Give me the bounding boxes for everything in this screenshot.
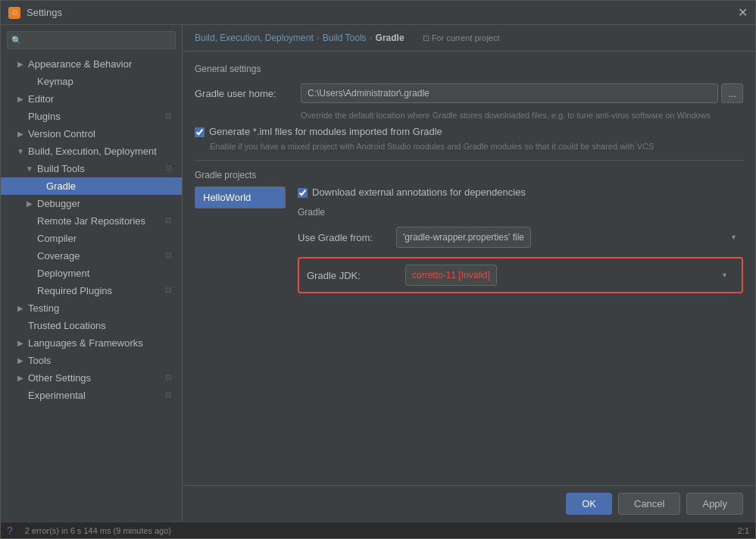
gradle-projects-section: Gradle projects HelloWorld Download exte…: [195, 170, 743, 302]
arrow-icon: ▶: [16, 60, 25, 69]
sync-icon: ⊡: [165, 373, 176, 384]
arrow-icon: ▶: [16, 356, 25, 365]
title-bar: ⚙ Settings ✕: [1, 1, 755, 25]
sidebar-item-build-exec-deploy[interactable]: ▼ Build, Execution, Deployment: [1, 143, 182, 160]
breadcrumb-build-tools[interactable]: Build Tools: [323, 33, 367, 43]
generate-iml-label: Generate *.iml files for modules importe…: [209, 126, 442, 137]
breadcrumb-sep-1: ›: [317, 33, 320, 43]
sidebar-item-deployment[interactable]: Deployment: [1, 265, 182, 282]
project-list: HelloWorld: [195, 186, 286, 208]
sidebar: 🔍 ▶ Appearance & Behavior Keymap ▶ Edito…: [1, 25, 183, 522]
right-panel: Build, Execution, Deployment › Build Too…: [183, 25, 755, 522]
sidebar-item-label: Appearance & Behavior: [28, 58, 176, 70]
gradle-jdk-dropdown[interactable]: corretto-11 [Invalid]: [405, 265, 497, 286]
search-box: 🔍: [7, 31, 176, 49]
title-bar-left: ⚙ Settings: [8, 7, 62, 19]
sidebar-item-label: Coverage: [37, 250, 162, 262]
arrow-icon: [25, 252, 34, 261]
sidebar-item-appearance[interactable]: ▶ Appearance & Behavior: [1, 55, 182, 73]
gradle-user-home-label: Gradle user home:: [195, 88, 301, 99]
sync-icon: ⊡: [165, 390, 176, 401]
gradle-projects-layout: HelloWorld Download external annotations…: [195, 186, 743, 302]
gradle-jdk-row: Gradle JDK: corretto-11 [Invalid]: [298, 257, 743, 293]
annotation-label: Download external annotations for depend…: [312, 186, 526, 198]
gradle-jdk-dropdown-wrapper: corretto-11 [Invalid]: [405, 265, 734, 286]
sidebar-item-required-plugins[interactable]: Required Plugins ⊡: [1, 282, 182, 299]
arrow-icon: [25, 234, 34, 243]
arrow-icon: ▶: [25, 199, 34, 208]
sidebar-item-languages-frameworks[interactable]: ▶ Languages & Frameworks: [1, 334, 182, 352]
cancel-button[interactable]: Cancel: [618, 493, 680, 515]
search-input[interactable]: [7, 31, 176, 49]
sidebar-item-label: Required Plugins: [37, 285, 162, 296]
sidebar-item-coverage[interactable]: Coverage ⊡: [1, 247, 182, 265]
close-button[interactable]: ✕: [738, 5, 748, 20]
sidebar-item-label: Tools: [28, 355, 176, 366]
sidebar-item-label: Remote Jar Repositories: [37, 215, 162, 227]
arrow-icon: ▶: [16, 95, 25, 104]
sidebar-item-other-settings[interactable]: ▶ Other Settings ⊡: [1, 369, 182, 387]
sidebar-item-gradle[interactable]: Gradle ⊡: [1, 177, 182, 195]
sidebar-item-label: Keymap: [37, 76, 176, 87]
sidebar-item-trusted-locations[interactable]: Trusted Locations: [1, 317, 182, 334]
sidebar-item-label: Build Tools: [37, 163, 162, 174]
annotation-checkbox[interactable]: [298, 188, 308, 198]
sync-icon: ⊡: [165, 216, 176, 227]
sidebar-item-label: Plugins: [28, 111, 162, 122]
apply-button[interactable]: Apply: [686, 493, 743, 515]
sidebar-item-editor[interactable]: ▶ Editor: [1, 90, 182, 108]
project-list-item[interactable]: HelloWorld: [195, 187, 285, 208]
arrow-icon: ▶: [16, 304, 25, 313]
arrow-icon: [25, 269, 34, 278]
status-bar-right: 2:1: [738, 526, 749, 535]
annotation-checkbox-row: Download external annotations for depend…: [298, 186, 743, 198]
breadcrumb: Build, Execution, Deployment › Build Too…: [183, 25, 755, 52]
sidebar-item-label: Editor: [28, 93, 176, 105]
sidebar-item-label: Version Control: [28, 128, 176, 139]
sync-icon: ⊡: [165, 251, 176, 262]
use-gradle-row: Use Gradle from: 'gradle-wrapper.propert…: [298, 227, 743, 248]
sidebar-item-debugger[interactable]: ▶ Debugger: [1, 195, 182, 212]
gradle-jdk-label: Gradle JDK:: [307, 270, 405, 281]
sync-icon: ⊡: [165, 181, 176, 192]
browse-button[interactable]: ...: [721, 83, 743, 103]
sidebar-item-experimental[interactable]: Experimental ⊡: [1, 387, 182, 404]
sidebar-item-version-control[interactable]: ▶ Version Control: [1, 125, 182, 143]
breadcrumb-sep-2: ›: [370, 33, 373, 43]
status-bar-help[interactable]: ?: [7, 525, 13, 537]
sidebar-item-label: Debugger: [37, 198, 176, 209]
gradle-section-title: Gradle: [298, 207, 743, 218]
sidebar-item-label: Trusted Locations: [28, 320, 176, 331]
sidebar-item-testing[interactable]: ▶ Testing: [1, 299, 182, 317]
use-gradle-label: Use Gradle from:: [298, 232, 396, 243]
main-content: 🔍 ▶ Appearance & Behavior Keymap ▶ Edito…: [1, 25, 755, 522]
gradle-user-home-hint: Override the default location where Grad…: [301, 111, 743, 120]
sidebar-item-tools[interactable]: ▶ Tools: [1, 352, 182, 369]
sidebar-item-build-tools[interactable]: ▼ Build Tools ⊡: [1, 160, 182, 177]
sidebar-item-label: Experimental: [28, 390, 162, 401]
sidebar-item-remote-jar[interactable]: Remote Jar Repositories ⊡: [1, 212, 182, 230]
use-gradle-dropdown[interactable]: 'gradle-wrapper.properties' file Specifi…: [396, 227, 531, 248]
sidebar-item-keymap[interactable]: Keymap: [1, 73, 182, 90]
generate-iml-row: Generate *.iml files for modules importe…: [195, 126, 743, 137]
ok-button[interactable]: OK: [566, 493, 612, 515]
settings-icon: ⚙: [8, 7, 20, 19]
sidebar-item-plugins[interactable]: Plugins ⊡: [1, 108, 182, 125]
breadcrumb-build[interactable]: Build, Execution, Deployment: [195, 33, 314, 43]
footer: OK Cancel Apply: [183, 485, 755, 522]
panel-content: General settings Gradle user home: ... O…: [183, 52, 755, 485]
gradle-user-home-input[interactable]: [301, 83, 718, 103]
sync-icon: ⊡: [165, 164, 176, 174]
arrow-icon: [16, 112, 25, 121]
gradle-projects-label: Gradle projects: [195, 170, 743, 180]
general-settings-title: General settings: [195, 64, 743, 74]
use-gradle-dropdown-wrapper: 'gradle-wrapper.properties' file Specifi…: [396, 227, 743, 248]
search-icon: 🔍: [11, 36, 22, 45]
arrow-icon: ▼: [16, 147, 25, 156]
breadcrumb-project: ⊡ For current project: [423, 33, 500, 43]
generate-iml-checkbox[interactable]: [195, 127, 205, 137]
sidebar-item-label: Compiler: [37, 233, 176, 244]
gradle-user-home-row: Gradle user home: ...: [195, 83, 743, 103]
status-bar: ? 2 error(s) in 6 s 144 ms (9 minutes ag…: [1, 522, 755, 538]
sidebar-item-compiler[interactable]: Compiler: [1, 230, 182, 247]
